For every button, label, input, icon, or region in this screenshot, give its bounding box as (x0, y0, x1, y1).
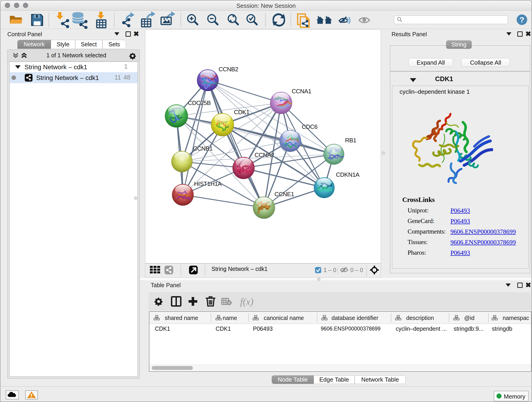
svg-text:CCNE1: CCNE1 (274, 191, 294, 198)
svg-text:f(x): f(x) (240, 296, 253, 307)
svg-text:CDKN1A: CDKN1A (336, 171, 360, 178)
svg-text:RB1: RB1 (345, 137, 356, 144)
svg-text:@id: @id (464, 315, 475, 321)
svg-text:1 – 0: 1 – 0 (323, 267, 336, 273)
svg-text:CDC6: CDC6 (302, 123, 317, 130)
svg-text:CCNA1: CCNA1 (292, 88, 311, 95)
svg-text:HIST1H1A: HIST1H1A (194, 180, 222, 187)
svg-text:name: name (223, 315, 237, 321)
svg-text:canonical name: canonical name (264, 315, 304, 321)
svg-text:namespac: namespac (503, 315, 529, 321)
svg-text:CCNB2: CCNB2 (219, 66, 238, 73)
svg-text:shared name: shared name (165, 315, 198, 321)
svg-text:CCNA2: CCNA2 (254, 152, 274, 158)
svg-text:CDK1: CDK1 (234, 109, 249, 115)
svg-text:database identifier: database identifier (331, 315, 378, 321)
svg-text:0 – 0: 0 – 0 (350, 267, 363, 273)
svg-text:CDC25B: CDC25B (188, 99, 211, 106)
svg-text:description: description (406, 315, 434, 321)
svg-text:CCNB1: CCNB1 (193, 145, 213, 152)
